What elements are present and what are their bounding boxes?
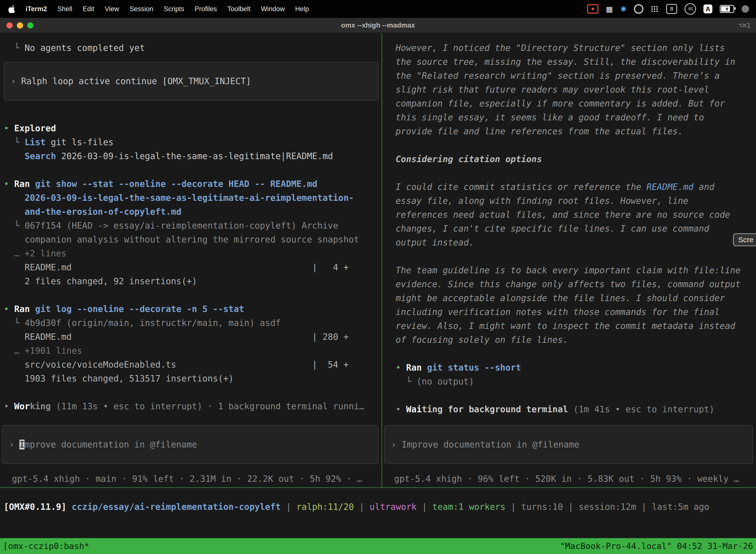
minimize-button[interactable] bbox=[17, 22, 23, 29]
model-status-line: gpt-5.4 xhigh · main · 91% left · 2.31M … bbox=[2, 472, 378, 486]
text-run: output instead. bbox=[396, 237, 474, 247]
menu-item-scripts[interactable]: Scripts bbox=[159, 5, 189, 13]
terminal-line: • Ran git status --short bbox=[396, 361, 756, 375]
menu-item-window[interactable]: Window bbox=[256, 5, 290, 13]
terminal-line: └ (no output) bbox=[396, 375, 756, 388]
text-run: 2026-03-09-is-legal-the-same-as-legitima… bbox=[56, 151, 333, 161]
menu-item-iterm2[interactable]: iTerm2 bbox=[20, 5, 52, 13]
text-run: • bbox=[4, 304, 14, 314]
gauge-icon[interactable]: .61 bbox=[685, 3, 696, 15]
menu-item-session[interactable]: Session bbox=[124, 5, 159, 13]
text-run: git ls-files bbox=[46, 137, 114, 147]
text-run: | bbox=[563, 502, 579, 512]
menu-item-profiles[interactable]: Profiles bbox=[189, 5, 222, 13]
blank-line bbox=[396, 347, 756, 361]
screen-record-icon[interactable] bbox=[587, 4, 598, 14]
menu-item-help[interactable]: Help bbox=[290, 5, 314, 13]
text-run: | bbox=[354, 502, 370, 512]
terminal-line: … +2 lines bbox=[4, 246, 381, 260]
terminal-line: review. Also, I might want to inspect th… bbox=[396, 319, 756, 333]
text-run: ralph:11/20 bbox=[296, 502, 354, 512]
dots-grid-icon[interactable] bbox=[651, 6, 659, 12]
blank-line bbox=[396, 138, 756, 152]
blank-line bbox=[396, 166, 756, 180]
menu-item-edit[interactable]: Edit bbox=[78, 5, 100, 13]
text-run: git show --stat --oneline --decorate HEA… bbox=[35, 179, 317, 189]
text-run: However, I noticed the "Directory Struct… bbox=[396, 43, 725, 53]
text-run: └ bbox=[396, 377, 417, 386]
terminal-line: slight risk that future readers may over… bbox=[396, 82, 756, 97]
prompt-input[interactable]: › Improve documentation in @filename bbox=[384, 425, 753, 464]
terminal: └ No agents completed yet› Ralph loop ac… bbox=[0, 33, 756, 554]
text-run: (11m 13s • esc to interrupt) · 1 backgro… bbox=[51, 401, 364, 411]
menu-item-shell[interactable]: Shell bbox=[52, 5, 78, 13]
window-titlebar[interactable]: omx --xhigh --madmax ⌥⌘1 bbox=[0, 18, 756, 33]
text-run: the source tree, missing the essay. Stil… bbox=[396, 57, 736, 67]
text-run bbox=[30, 304, 35, 314]
menubar-items: iTerm2ShellEditViewSessionScriptsProfile… bbox=[20, 5, 314, 13]
battery-icon[interactable] bbox=[720, 5, 734, 13]
text-run: › bbox=[9, 440, 19, 449]
window-title: omx --xhigh --madmax bbox=[0, 21, 756, 29]
terminal-line: the "Related research writing" section i… bbox=[396, 69, 756, 82]
text-run: Wor bbox=[14, 401, 30, 411]
text-run: Improve documentation in @filename bbox=[401, 440, 579, 449]
prompt-input[interactable]: › Improve documentation in @filename bbox=[2, 425, 378, 464]
text-run: slight risk that future readers may over… bbox=[396, 85, 709, 95]
menu-item-toolbelt[interactable]: Toolbelt bbox=[222, 5, 256, 13]
grid-icon[interactable]: ▦ bbox=[606, 3, 613, 14]
terminal-line: Search 2026-03-09-is-legal-the-same-as-l… bbox=[4, 149, 381, 163]
text-run: evidence. Since this change only affects… bbox=[396, 279, 741, 289]
tmux-session-label: [omx-cczip0:bash* bbox=[3, 539, 89, 553]
text-run: git log --oneline --decorate -n 5 --stat bbox=[35, 304, 244, 314]
text-run: └ bbox=[4, 318, 24, 328]
prompt-input-line: › Improve documentation in @filename bbox=[391, 438, 750, 451]
text-run: and-the-erosion-of-copyleft.md bbox=[24, 207, 181, 217]
menubar-status-icons: ▦ ✺ 8 .61 A bbox=[587, 3, 749, 15]
input-source-icon[interactable]: A bbox=[703, 4, 712, 13]
terminal-line: Considering citation options bbox=[396, 152, 756, 166]
terminal-line: companion file, especially if more comme… bbox=[396, 97, 756, 110]
text-run: | bbox=[417, 502, 432, 512]
terminal-line: • Working (11m 13s • esc to interrupt) ·… bbox=[4, 399, 381, 413]
terminal-line: references need actual files, and since … bbox=[396, 208, 756, 222]
pinwheel-icon[interactable]: ✺ bbox=[620, 3, 627, 14]
text-run: Explored bbox=[14, 123, 56, 133]
text-run: 1903 files changed, 513517 insertions(+) bbox=[4, 374, 234, 384]
close-button[interactable] bbox=[6, 22, 13, 29]
blank-line bbox=[4, 107, 381, 121]
right-pane[interactable]: However, I noticed the "Directory Struct… bbox=[382, 33, 756, 487]
circle-app-icon[interactable] bbox=[634, 4, 643, 14]
text-run: Ran bbox=[406, 363, 422, 373]
terminal-line: companion analysis without altering the … bbox=[4, 233, 381, 246]
record-dot-icon bbox=[591, 8, 594, 10]
right-pane-bottom: › Improve documentation in @filename gpt… bbox=[384, 425, 753, 486]
text-run: • bbox=[396, 363, 406, 373]
text-run bbox=[4, 193, 24, 203]
text-run: including verification notes with those … bbox=[396, 307, 719, 317]
apple-menu-icon[interactable] bbox=[8, 5, 17, 13]
text-run: No agents completed yet bbox=[24, 43, 145, 53]
text-run: • bbox=[4, 401, 14, 411]
text-run: 2 files changed, 92 insertions(+) bbox=[4, 276, 197, 286]
text-run: └ bbox=[4, 137, 24, 147]
text-run: … +1901 lines bbox=[4, 346, 82, 356]
text-run: review. Also, I might want to inspect th… bbox=[396, 321, 736, 331]
text-run: List bbox=[24, 137, 45, 147]
zoom-button[interactable] bbox=[27, 22, 34, 29]
text-run: companion analysis without altering the … bbox=[4, 234, 359, 244]
text-run: might be acceptable alongside the file l… bbox=[396, 293, 725, 303]
text-run: | bbox=[636, 502, 652, 512]
text-run: of focusing solely on file lines. bbox=[396, 335, 568, 345]
left-pane[interactable]: └ No agents completed yet› Ralph loop ac… bbox=[0, 33, 381, 487]
terminal-line: essay file, along with finding root file… bbox=[396, 194, 756, 208]
menu-extra-icon[interactable] bbox=[742, 5, 749, 13]
terminal-line: changes, I can't cite specific file line… bbox=[396, 222, 756, 235]
text-run: 2026-03-09-is-legal-the-same-as-legitima… bbox=[24, 193, 354, 203]
terminal-line: evidence. Since this change only affects… bbox=[396, 277, 756, 291]
key-icon[interactable]: 8 bbox=[666, 4, 677, 14]
terminal-line: including verification notes with those … bbox=[396, 305, 756, 319]
text-run: last:5m ago bbox=[652, 502, 709, 512]
menu-item-view[interactable]: View bbox=[100, 5, 124, 13]
terminal-line: README.md | 280 + bbox=[4, 330, 381, 344]
